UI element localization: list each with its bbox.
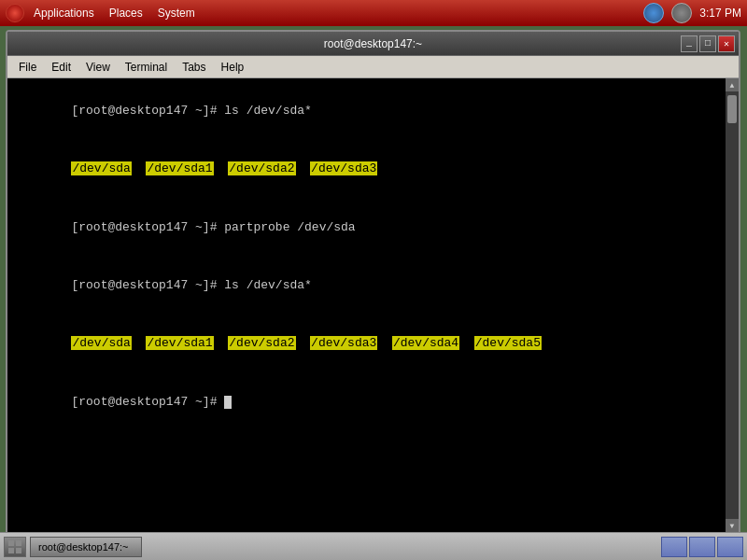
dev-sda-1: /dev/sda xyxy=(71,161,131,175)
system-menu[interactable]: System xyxy=(152,5,201,21)
taskbar-terminal-item[interactable]: root@desktop147:~ xyxy=(30,537,142,557)
dev-sda1-2: /dev/sda1 xyxy=(146,336,213,350)
terminal-line-5: /dev/sda /dev/sda1 /dev/sda2 /dev/sda3 /… xyxy=(13,315,733,373)
system-bar-right: 3:17 PM xyxy=(643,3,741,23)
dev-sda2-2: /dev/sda2 xyxy=(228,336,295,350)
svg-rect-1 xyxy=(16,540,21,546)
taskbar-start-icon[interactable] xyxy=(4,537,26,557)
dev-sda5-2: /dev/sda5 xyxy=(474,336,542,350)
dev-sda4-2: /dev/sda4 xyxy=(392,336,459,350)
prompt-3: [root@desktop147 ~]# xyxy=(71,220,224,234)
dev-sda-2: /dev/sda xyxy=(71,336,131,350)
prompt-4: [root@desktop147 ~]# xyxy=(71,278,224,292)
terminal-line-1: [root@desktop147 ~]# ls /dev/sda* xyxy=(13,82,733,140)
cmd-3: partprobe /dev/sda xyxy=(224,220,355,234)
window-controls: _ □ ✕ xyxy=(681,35,735,52)
scroll-down-button[interactable]: ▼ xyxy=(726,519,739,532)
cursor xyxy=(224,396,232,409)
network-icon xyxy=(643,3,664,23)
menu-tabs[interactable]: Tabs xyxy=(175,59,213,76)
prompt-6: [root@desktop147 ~]# xyxy=(71,395,224,409)
maximize-button[interactable]: □ xyxy=(699,35,716,52)
prompt-1: [root@desktop147 ~]# xyxy=(71,104,224,118)
terminal-line-6: [root@desktop147 ~]# xyxy=(13,373,733,431)
scroll-up-button[interactable]: ▲ xyxy=(726,78,739,91)
terminal-line-4: [root@desktop147 ~]# ls /dev/sda* xyxy=(13,257,733,315)
dev-sda1-1: /dev/sda1 xyxy=(146,161,213,175)
scroll-thumb[interactable] xyxy=(727,95,737,123)
applications-menu[interactable]: Applications xyxy=(28,5,100,21)
terminal-content[interactable]: [root@desktop147 ~]# ls /dev/sda* /dev/s… xyxy=(7,78,739,532)
terminal-menubar: File Edit View Terminal Tabs Help xyxy=(7,56,739,78)
terminal-scrollbar[interactable]: ▲ ▼ xyxy=(726,78,739,532)
taskbar-btn-1[interactable] xyxy=(661,537,687,557)
menu-file[interactable]: File xyxy=(11,59,44,76)
system-clock: 3:17 PM xyxy=(699,7,741,20)
close-button[interactable]: ✕ xyxy=(718,35,735,52)
terminal-body: [root@desktop147 ~]# ls /dev/sda* /dev/s… xyxy=(7,78,739,532)
terminal-line-3: [root@desktop147 ~]# partprobe /dev/sda xyxy=(13,199,733,257)
menu-terminal[interactable]: Terminal xyxy=(118,59,175,76)
window-titlebar: root@desktop147:~ _ □ ✕ xyxy=(7,32,739,56)
dev-sda2-1: /dev/sda2 xyxy=(228,161,295,175)
taskbar-btn-2[interactable] xyxy=(689,537,715,557)
dev-sda3-1: /dev/sda3 xyxy=(310,161,377,175)
menu-view[interactable]: View xyxy=(78,59,118,76)
dev-sda3-2: /dev/sda3 xyxy=(310,336,377,350)
places-menu[interactable]: Places xyxy=(104,5,148,21)
terminal-line-2: /dev/sda /dev/sda1 /dev/sda2 /dev/sda3 xyxy=(13,140,733,198)
menu-help[interactable]: Help xyxy=(214,59,252,76)
terminal-window: root@desktop147:~ _ □ ✕ File Edit View T… xyxy=(6,30,740,534)
svg-rect-3 xyxy=(16,548,21,553)
system-bar: Applications Places System 3:17 PM xyxy=(0,0,747,26)
system-logo-icon xyxy=(6,4,24,22)
svg-rect-0 xyxy=(8,540,14,546)
menu-edit[interactable]: Edit xyxy=(44,59,78,76)
taskbar: root@desktop147:~ xyxy=(0,532,747,560)
volume-icon xyxy=(671,3,692,23)
window-title: root@desktop147:~ xyxy=(324,37,422,50)
taskbar-btn-3[interactable] xyxy=(717,537,743,557)
cmd-1: ls /dev/sda* xyxy=(224,104,312,118)
cmd-4: ls /dev/sda* xyxy=(224,278,312,292)
start-icon xyxy=(8,540,21,553)
taskbar-right xyxy=(661,537,743,557)
svg-rect-2 xyxy=(8,548,14,553)
system-bar-left: Applications Places System xyxy=(6,4,201,22)
minimize-button[interactable]: _ xyxy=(681,35,698,52)
